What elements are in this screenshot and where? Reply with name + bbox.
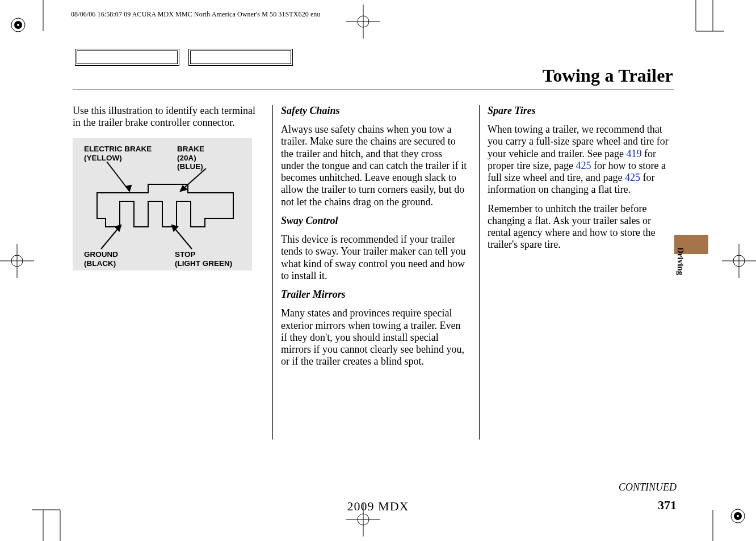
svg-point-2	[17, 24, 19, 26]
mirrors-head: Trailer Mirrors	[281, 289, 468, 301]
arrow-electric	[104, 162, 135, 196]
crop-top-left	[32, 0, 54, 40]
page-link-425b[interactable]: 425	[625, 172, 640, 183]
mirrors-body: Many states and provinces require specia…	[281, 307, 468, 367]
title-rule	[73, 90, 674, 90]
column-2: Safety Chains Always use safety chains w…	[272, 105, 468, 439]
spare-p2: Remember to unhitch the trailer before c…	[488, 203, 674, 251]
section-tab-label: Driving	[675, 247, 685, 275]
safety-chains-body: Always use safety chains when you tow a …	[281, 124, 468, 208]
page-link-425a[interactable]: 425	[576, 160, 591, 171]
page-link-419[interactable]: 419	[626, 148, 641, 159]
lbl-electric-brake: ELECTRIC BRAKE (YELLOW)	[84, 145, 152, 162]
reg-mark-top	[346, 5, 380, 39]
svg-marker-33	[172, 225, 178, 231]
sway-head: Sway Control	[281, 215, 468, 227]
column-1: Use this illustration to identify each t…	[73, 105, 261, 439]
svg-marker-27	[126, 185, 131, 191]
continued-label: CONTINUED	[619, 481, 677, 493]
spare-p1: When towing a trailer, we recommend that…	[488, 124, 674, 196]
columns: Use this illustration to identify each t…	[73, 105, 674, 439]
lbl-ground: GROUND (BLACK)	[84, 250, 118, 267]
connector-diagram: ELECTRIC BRAKE (YELLOW) BRAKE (20A) (BLU…	[73, 138, 252, 270]
col1-intro: Use this illustration to identify each t…	[73, 105, 261, 129]
reg-mark-left	[0, 244, 34, 278]
lbl-brake-20a: BRAKE (20A) (BLUE)	[177, 145, 204, 170]
registration-target-top-left	[7, 14, 30, 36]
safety-chains-head: Safety Chains	[281, 105, 468, 117]
page: 08/06/06 16:58:07 09 ACURA MDX MMC North…	[0, 0, 756, 541]
section-title: Towing a Trailer	[73, 65, 674, 86]
spare-head: Spare Tires	[488, 105, 674, 117]
body: Towing a Trailer Use this illustration t…	[73, 65, 674, 485]
header-box-1	[75, 49, 179, 66]
lbl-stop: STOP (LIGHT GREEN)	[175, 250, 232, 267]
sway-body: This device is recommended if your trail…	[281, 234, 468, 282]
arrow-stop	[169, 222, 198, 251]
svg-marker-31	[115, 225, 121, 231]
column-3: Spare Tires When towing a trailer, we re…	[479, 105, 674, 439]
header-meta: 08/06/06 16:58:07 09 ACURA MDX MMC North…	[71, 10, 321, 19]
svg-point-5	[737, 515, 739, 517]
arrow-ground	[98, 222, 127, 251]
arrow-brake20a	[175, 168, 209, 197]
reg-mark-right	[722, 244, 756, 278]
footer-model: 2009 MDX	[0, 499, 756, 514]
crop-top-right-group	[679, 0, 724, 40]
header-box-2	[188, 49, 293, 66]
